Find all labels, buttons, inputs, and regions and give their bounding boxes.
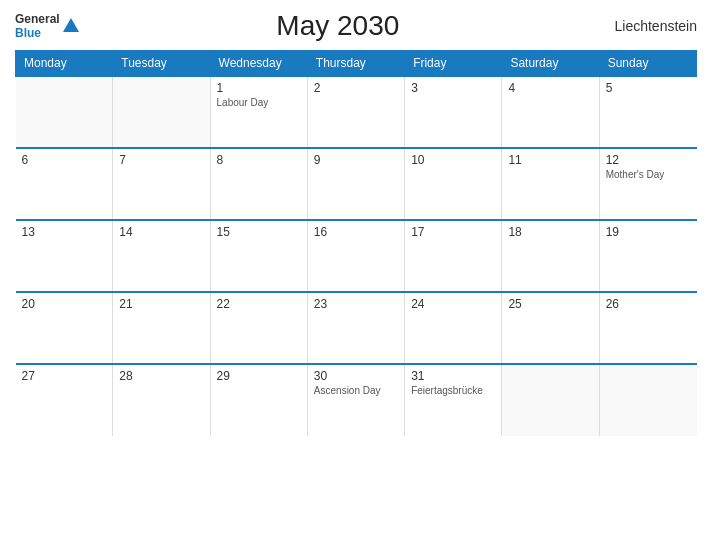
day-number: 10 xyxy=(411,153,495,167)
calendar-cell: 11 xyxy=(502,148,599,220)
day-number: 23 xyxy=(314,297,398,311)
day-number: 6 xyxy=(22,153,107,167)
calendar-cell: 31Feiertagsbrücke xyxy=(405,364,502,436)
weekday-header-friday: Friday xyxy=(405,51,502,77)
calendar-cell: 5 xyxy=(599,76,696,148)
week-row-5: 27282930Ascension Day31Feiertagsbrücke xyxy=(16,364,697,436)
country-label: Liechtenstein xyxy=(597,18,697,34)
calendar-cell: 14 xyxy=(113,220,210,292)
day-number: 5 xyxy=(606,81,691,95)
day-number: 12 xyxy=(606,153,691,167)
month-title: May 2030 xyxy=(79,10,597,42)
day-number: 11 xyxy=(508,153,592,167)
weekday-header-monday: Monday xyxy=(16,51,113,77)
calendar-cell: 17 xyxy=(405,220,502,292)
weekday-header-row: MondayTuesdayWednesdayThursdayFridaySatu… xyxy=(16,51,697,77)
day-number: 7 xyxy=(119,153,203,167)
calendar-cell: 10 xyxy=(405,148,502,220)
calendar-cell: 16 xyxy=(307,220,404,292)
day-number: 18 xyxy=(508,225,592,239)
calendar-cell: 1Labour Day xyxy=(210,76,307,148)
day-event: Feiertagsbrücke xyxy=(411,385,495,396)
calendar-cell: 19 xyxy=(599,220,696,292)
calendar-cell: 22 xyxy=(210,292,307,364)
day-number: 27 xyxy=(22,369,107,383)
day-number: 22 xyxy=(217,297,301,311)
calendar-container: General Blue May 2030 Liechtenstein Mond… xyxy=(0,0,712,550)
day-number: 31 xyxy=(411,369,495,383)
day-number: 8 xyxy=(217,153,301,167)
calendar-cell: 30Ascension Day xyxy=(307,364,404,436)
logo-general-text: General xyxy=(15,12,60,26)
week-row-1: 1Labour Day2345 xyxy=(16,76,697,148)
day-number: 25 xyxy=(508,297,592,311)
day-event: Ascension Day xyxy=(314,385,398,396)
calendar-cell: 7 xyxy=(113,148,210,220)
calendar-cell: 21 xyxy=(113,292,210,364)
day-number: 19 xyxy=(606,225,691,239)
day-number: 16 xyxy=(314,225,398,239)
week-row-3: 13141516171819 xyxy=(16,220,697,292)
calendar-cell: 28 xyxy=(113,364,210,436)
day-number: 15 xyxy=(217,225,301,239)
calendar-cell: 3 xyxy=(405,76,502,148)
weekday-header-thursday: Thursday xyxy=(307,51,404,77)
logo-triangle-icon xyxy=(63,18,79,32)
calendar-cell: 23 xyxy=(307,292,404,364)
weekday-header-sunday: Sunday xyxy=(599,51,696,77)
day-number: 1 xyxy=(217,81,301,95)
calendar-cell: 4 xyxy=(502,76,599,148)
day-number: 3 xyxy=(411,81,495,95)
calendar-cell xyxy=(16,76,113,148)
day-number: 17 xyxy=(411,225,495,239)
day-number: 14 xyxy=(119,225,203,239)
calendar-header: General Blue May 2030 Liechtenstein xyxy=(15,10,697,42)
day-event: Mother's Day xyxy=(606,169,691,180)
week-row-4: 20212223242526 xyxy=(16,292,697,364)
day-number: 20 xyxy=(22,297,107,311)
calendar-cell: 25 xyxy=(502,292,599,364)
weekday-header-wednesday: Wednesday xyxy=(210,51,307,77)
weekday-header-tuesday: Tuesday xyxy=(113,51,210,77)
calendar-cell xyxy=(502,364,599,436)
calendar-cell: 15 xyxy=(210,220,307,292)
calendar-cell: 20 xyxy=(16,292,113,364)
day-number: 21 xyxy=(119,297,203,311)
calendar-cell: 12Mother's Day xyxy=(599,148,696,220)
day-number: 29 xyxy=(217,369,301,383)
calendar-cell: 6 xyxy=(16,148,113,220)
day-event: Labour Day xyxy=(217,97,301,108)
day-number: 30 xyxy=(314,369,398,383)
calendar-cell xyxy=(113,76,210,148)
calendar-cell: 24 xyxy=(405,292,502,364)
calendar-cell xyxy=(599,364,696,436)
calendar-cell: 8 xyxy=(210,148,307,220)
calendar-table: MondayTuesdayWednesdayThursdayFridaySatu… xyxy=(15,50,697,436)
day-number: 9 xyxy=(314,153,398,167)
day-number: 4 xyxy=(508,81,592,95)
day-number: 28 xyxy=(119,369,203,383)
day-number: 2 xyxy=(314,81,398,95)
logo-blue-text: Blue xyxy=(15,26,41,40)
calendar-cell: 2 xyxy=(307,76,404,148)
calendar-cell: 18 xyxy=(502,220,599,292)
calendar-cell: 29 xyxy=(210,364,307,436)
week-row-2: 6789101112Mother's Day xyxy=(16,148,697,220)
logo: General Blue xyxy=(15,12,79,41)
day-number: 24 xyxy=(411,297,495,311)
calendar-cell: 9 xyxy=(307,148,404,220)
day-number: 26 xyxy=(606,297,691,311)
calendar-cell: 26 xyxy=(599,292,696,364)
day-number: 13 xyxy=(22,225,107,239)
calendar-cell: 27 xyxy=(16,364,113,436)
weekday-header-saturday: Saturday xyxy=(502,51,599,77)
calendar-cell: 13 xyxy=(16,220,113,292)
